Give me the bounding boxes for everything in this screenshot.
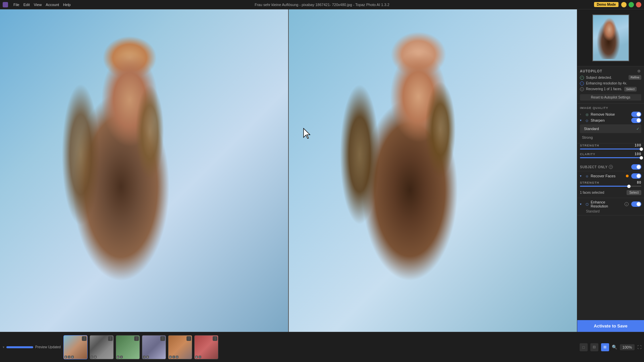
thumb-more-4[interactable]: ⋮: [160, 336, 165, 341]
strength-label: STRENGTH 100: [580, 143, 641, 147]
thumb-more-6[interactable]: ⋮: [213, 336, 217, 341]
sharpen-chevron[interactable]: ▾: [580, 119, 583, 122]
refine-button[interactable]: Refine: [629, 75, 641, 80]
enhancing-resolution-text: Enhancing resolution by 4x.: [586, 81, 627, 85]
close-button[interactable]: ✕: [636, 2, 641, 7]
enhancing-resolution-row: ↑ Enhancing resolution by 4x.: [580, 81, 641, 85]
thumb-icons-4: ● ■: [143, 356, 149, 358]
image-quality-label: IMAGE QUALITY: [580, 106, 641, 110]
expand-icon[interactable]: ⛶: [637, 345, 641, 350]
thumbnail-item-5[interactable]: ⋮ ▶ ● ■: [168, 335, 192, 359]
select-faces-btn[interactable]: Select: [627, 190, 641, 195]
enhance-resolution-chevron[interactable]: ▾: [580, 202, 583, 206]
thumbnail-item-1[interactable]: ⋮ ▶ ● ■: [63, 335, 88, 359]
minimize-button[interactable]: −: [621, 2, 627, 7]
recover-strength-slider-track[interactable]: [580, 186, 641, 187]
thumb-more-2[interactable]: ⋮: [108, 336, 113, 341]
recover-faces-toggle[interactable]: [631, 173, 641, 179]
sharpen-row: ▾ ◇ Sharpen: [580, 118, 641, 123]
thumb-icon-2b: ■: [94, 356, 97, 358]
enhance-resolution-label: Enhance Resolution: [591, 200, 623, 208]
thumb-icon-5b: ●: [172, 356, 175, 358]
panel-bg-left: [0, 9, 288, 332]
strength-slider-thumb[interactable]: [640, 147, 643, 151]
thumb-icon-6b: ●: [199, 356, 201, 358]
view-side-btn[interactable]: ⊞: [601, 343, 609, 351]
bottom-right: □ ⊟ ⊞ 🔍 100% ⛶: [580, 343, 641, 351]
subject-only-row: SUBJECT ONLY ?: [577, 163, 644, 171]
recover-strength-slider-fill: [580, 186, 629, 187]
menu-view[interactable]: View: [34, 3, 42, 7]
window-title: Frau sehr kleine Auflösung - pixabay 186…: [255, 3, 389, 7]
enhance-resolution-info-icon[interactable]: i: [625, 202, 629, 206]
menu-account[interactable]: Account: [46, 3, 59, 7]
remove-noise-chevron[interactable]: ›: [580, 113, 583, 116]
thumbnails-row: ⋮ ▶ ● ■ ⋮ ● ■ ⋮ ▶ ● ⋮ ●: [63, 335, 577, 359]
subject-detected-row: ✓ Subject detected. Refine: [580, 75, 641, 80]
top-bar: File Edit View Account Help Frau sehr kl…: [0, 0, 644, 9]
subject-only-info-icon[interactable]: ?: [609, 165, 613, 169]
maximize-button[interactable]: +: [629, 2, 634, 7]
sharpen-mode-dropdown[interactable]: Standard ✓: [580, 124, 641, 133]
image-panel-original[interactable]: [0, 9, 289, 332]
thumbnail-item-4[interactable]: ⋮ ● ■: [142, 335, 166, 359]
zoom-out-icon[interactable]: 🔍: [612, 345, 617, 350]
window-controls: − + ✕: [621, 2, 641, 7]
faces-icon: ☺: [580, 87, 584, 91]
zoom-display[interactable]: 100%: [620, 344, 635, 350]
thumbnail-item-3[interactable]: ⋮ ▶ ●: [116, 335, 140, 359]
select-faces-button[interactable]: Select: [624, 87, 637, 92]
thumb-icons-6: ▶ ●: [195, 356, 201, 358]
clarity-value: 100: [635, 152, 641, 156]
image-panels: [0, 9, 577, 332]
strength-value: 100: [635, 143, 641, 147]
image-quality-section: IMAGE QUALITY › ◎ Remove Noise ▾ ◇ Sharp…: [577, 104, 644, 143]
sharpen-label: Sharpen: [591, 118, 630, 122]
view-single-btn[interactable]: □: [580, 343, 588, 351]
gear-icon[interactable]: ⚙: [637, 69, 641, 73]
strength-slider-track[interactable]: [580, 148, 641, 149]
sharpen-toggle[interactable]: [631, 118, 641, 123]
enhance-resolution-row: ▾ ⬡ Enhance Resolution i: [580, 200, 641, 208]
thumbnail-item-6[interactable]: ⋮ ▶ ●: [194, 335, 218, 359]
menu-file[interactable]: File: [13, 3, 19, 7]
menu-edit[interactable]: Edit: [23, 3, 30, 7]
thumb-icon-3a: ▶: [117, 356, 119, 358]
thumb-more-5[interactable]: ⋮: [186, 336, 191, 341]
image-panel-enhanced[interactable]: [289, 9, 577, 332]
enhance-resolution-toggle[interactable]: [631, 201, 641, 207]
remove-noise-toggle[interactable]: [631, 112, 641, 117]
thumb-icon-1c: ■: [71, 356, 74, 358]
subject-only-toggle[interactable]: [631, 164, 641, 170]
panel-bg-right: [289, 9, 577, 332]
remove-noise-row: › ◎ Remove Noise: [580, 112, 641, 117]
thumbnail-preview[interactable]: [592, 14, 629, 61]
top-bar-left: File Edit View Account Help: [3, 2, 71, 7]
main-area: AUTOPILOT ⚙ ✓ Subject detected. Refine ↑…: [0, 9, 644, 332]
recover-strength-slider-thumb[interactable]: [627, 185, 631, 188]
thumbnail-item-2[interactable]: ⋮ ● ■: [90, 335, 114, 359]
recover-faces-chevron[interactable]: ▾: [580, 174, 583, 178]
sharpen-icon: ◇: [585, 118, 589, 123]
sharpen-strong-option[interactable]: Strong: [580, 134, 641, 140]
app-icon: [3, 2, 8, 7]
sidebar: AUTOPILOT ⚙ ✓ Subject detected. Refine ↑…: [577, 9, 644, 332]
thumb-more-1[interactable]: ⋮: [82, 336, 87, 341]
menu-items: File Edit View Account Help: [13, 3, 71, 7]
thumb-more-3[interactable]: ⋮: [134, 336, 139, 341]
recovering-faces-row: ☺ Recovering 1 of 1 faces. Select: [580, 87, 641, 92]
menu-help[interactable]: Help: [63, 3, 71, 7]
view-split-btn[interactable]: ⊟: [590, 343, 598, 351]
preview-chevron[interactable]: ▾: [3, 345, 4, 349]
activate-button[interactable]: Activate to Save: [577, 320, 644, 332]
recover-faces-icon: ☺: [585, 174, 589, 178]
sharpen-standard-option[interactable]: Standard: [582, 126, 601, 132]
enhance-resolution-mode: Standard: [580, 208, 641, 213]
clarity-slider-track[interactable]: [580, 157, 641, 158]
reset-autopilot-button[interactable]: Reset to Autopilot Settings: [580, 94, 641, 101]
bottom-bar: ▾ Preview Updated ⋮ ▶ ● ■ ⋮ ● ■ ⋮: [0, 332, 644, 362]
thumb-icon-1b: ●: [68, 356, 70, 358]
clarity-slider-thumb[interactable]: [640, 156, 643, 160]
thumb-icon-1a: ▶: [64, 356, 67, 358]
recover-faces-label: Recover Faces: [591, 174, 625, 178]
